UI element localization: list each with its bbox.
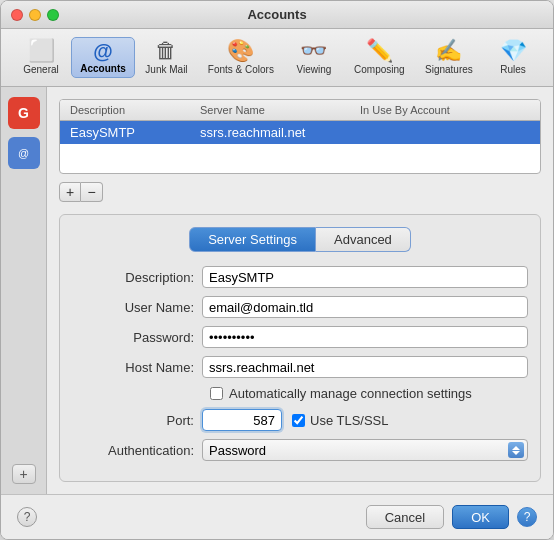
zoom-button[interactable] [47,9,59,21]
sidebar-icon-other: @ [8,137,40,169]
input-hostname[interactable] [202,356,528,378]
add-server-button[interactable]: + [59,182,81,202]
select-wrap-auth: Password MD5 Challenge-Response NTLM Ker… [202,439,528,461]
table-cell-description: EasySMTP [70,125,200,140]
signatures-icon: ✍ [435,40,462,62]
accounts-icon: @ [93,41,113,61]
checkbox-use-tls[interactable] [292,414,305,427]
label-password: Password: [72,330,202,345]
rules-icon: 💎 [500,40,527,62]
close-button[interactable] [11,9,23,21]
column-header-server: Server Name [200,104,360,116]
viewing-icon: 👓 [300,40,327,62]
bottom-bar: ? Cancel OK ? [1,494,553,539]
ssl-checkbox-wrap: Use TLS/SSL [292,413,389,428]
toolbar-label-junk-mail: Junk Mail [145,64,187,75]
help-button-left[interactable]: ? [17,507,37,527]
table-body: EasySMTP ssrs.reachmail.net [60,121,540,174]
toolbar-item-general[interactable]: ⬜ General [11,35,71,80]
main-panel: Description Server Name In Use By Accoun… [47,87,553,494]
column-header-inuse: In Use By Account [360,104,530,116]
toolbar-item-viewing[interactable]: 👓 Viewing [284,35,344,80]
toolbar-label-rules: Rules [500,64,526,75]
toolbar-item-rules[interactable]: 💎 Rules [483,35,543,80]
form-row-password: Password: [72,326,528,348]
window-title: Accounts [247,7,306,22]
toolbar-label-fonts-colors: Fonts & Colors [208,64,274,75]
label-username: User Name: [72,300,202,315]
table-cell-inuse [360,125,530,140]
title-bar: Accounts [1,1,553,29]
form-row-hostname: Host Name: [72,356,528,378]
toolbar-label-composing: Composing [354,64,405,75]
toolbar: ⬜ General @ Accounts 🗑 Junk Mail 🎨 Fonts… [1,29,553,87]
content-area: G @ + Description Server Name In Use By … [1,87,553,494]
table-row[interactable]: EasySMTP ssrs.reachmail.net [60,121,540,144]
tab-server-settings[interactable]: Server Settings [189,227,316,252]
input-username[interactable] [202,296,528,318]
form-row-port: Port: Use TLS/SSL [72,409,528,431]
form-row-username: User Name: [72,296,528,318]
sidebar-icon-gmail: G [8,97,40,129]
general-icon: ⬜ [28,40,55,62]
accounts-window: Accounts ⬜ General @ Accounts 🗑 Junk Mai… [0,0,554,540]
input-password[interactable] [202,326,528,348]
toolbar-item-composing[interactable]: ✏️ Composing [344,35,415,80]
label-auto-manage: Automatically manage connection settings [229,386,472,401]
table-cell-server: ssrs.reachmail.net [200,125,360,140]
toolbar-item-junk-mail[interactable]: 🗑 Junk Mail [135,35,198,80]
form-row-auth: Authentication: Password MD5 Challenge-R… [72,439,528,461]
toolbar-label-accounts: Accounts [80,63,126,74]
column-header-description: Description [70,104,200,116]
checkbox-auto-manage[interactable] [210,387,223,400]
table-controls: + − [59,182,541,202]
input-description[interactable] [202,266,528,288]
sidebar-add-button[interactable]: + [12,464,36,484]
smtp-server-table: Description Server Name In Use By Accoun… [59,99,541,174]
form-row-description: Description: [72,266,528,288]
help-button-right[interactable]: ? [517,507,537,527]
table-header: Description Server Name In Use By Accoun… [60,100,540,121]
toolbar-label-general: General [23,64,59,75]
settings-panel: Server Settings Advanced Description: Us… [59,214,541,482]
remove-server-button[interactable]: − [81,182,103,202]
toolbar-label-signatures: Signatures [425,64,473,75]
left-sidebar: G @ + [1,87,47,494]
label-use-tls: Use TLS/SSL [310,413,389,428]
toolbar-item-signatures[interactable]: ✍ Signatures [415,35,483,80]
tab-advanced[interactable]: Advanced [316,227,411,252]
minimize-button[interactable] [29,9,41,21]
junk-mail-icon: 🗑 [155,40,177,62]
cancel-button[interactable]: Cancel [366,505,444,529]
label-auth: Authentication: [72,443,202,458]
tab-bar: Server Settings Advanced [72,227,528,252]
composing-icon: ✏️ [366,40,393,62]
traffic-lights [11,9,59,21]
ok-button[interactable]: OK [452,505,509,529]
label-hostname: Host Name: [72,360,202,375]
input-port[interactable] [202,409,282,431]
label-port: Port: [72,413,202,428]
select-auth[interactable]: Password MD5 Challenge-Response NTLM Ker… [202,439,528,461]
toolbar-item-accounts[interactable]: @ Accounts [71,37,135,78]
toolbar-label-viewing: Viewing [296,64,331,75]
toolbar-item-fonts-colors[interactable]: 🎨 Fonts & Colors [198,35,284,80]
label-description: Description: [72,270,202,285]
fonts-colors-icon: 🎨 [227,40,254,62]
checkbox-row-auto-manage: Automatically manage connection settings [72,386,528,401]
